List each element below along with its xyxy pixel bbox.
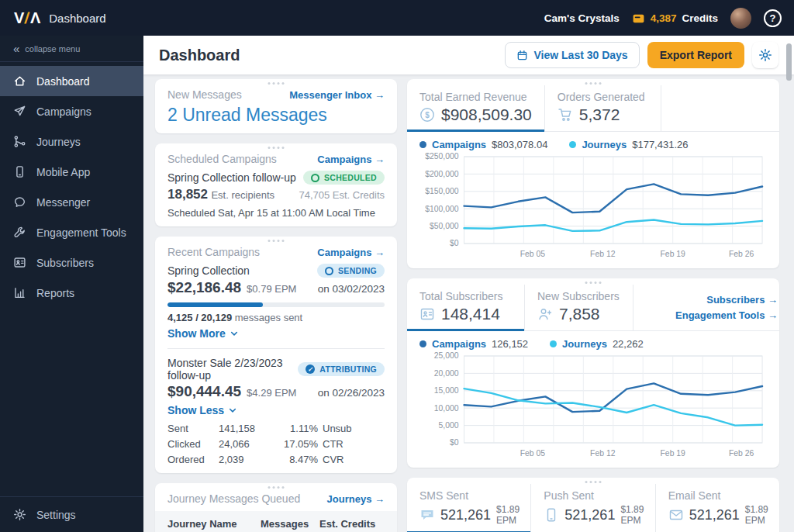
revenue-line-chart: $250,000$200,000$150,000$100,000$50,000$… bbox=[419, 152, 767, 261]
view-last-30-days-button[interactable]: View Last 30 Days bbox=[505, 42, 640, 68]
card-title: Journey Messages Queued bbox=[167, 492, 300, 505]
dashboard-settings-button[interactable] bbox=[752, 42, 778, 68]
unread-messages-value[interactable]: 2 Unread Messages bbox=[167, 105, 385, 126]
status-badge-attributing: ✓ATTRIBUTING bbox=[298, 362, 385, 376]
campaign-epm: $0.79 EPM bbox=[247, 283, 296, 295]
top-bar: V/Λ Dashboard Cam's Crystals 4,387 Credi… bbox=[0, 0, 794, 36]
sms-sent-value: 521,261 bbox=[440, 507, 491, 523]
sidebar-item-subscribers[interactable]: Subscribers bbox=[0, 247, 143, 278]
est-credits: 74,705 Est. Credits bbox=[299, 189, 385, 201]
revenue-card: Total Earned Revenue $ $908,509.30 Order… bbox=[407, 79, 779, 268]
svg-text:$100,000: $100,000 bbox=[425, 205, 459, 213]
sidebar-item-dashboard[interactable]: Dashboard bbox=[0, 66, 143, 96]
campaign-name: Spring Collection bbox=[167, 264, 250, 277]
bar-chart-icon bbox=[13, 286, 26, 299]
drag-handle-icon[interactable] bbox=[268, 240, 285, 242]
sidebar-item-campaigns[interactable]: Campaigns bbox=[0, 96, 143, 126]
sidebar-item-settings[interactable]: Settings bbox=[0, 496, 143, 532]
subscribers-link[interactable]: Subscribers → bbox=[706, 294, 778, 306]
legend-dot-icon bbox=[419, 340, 426, 347]
engagement-tools-link[interactable]: Engagement Tools → bbox=[675, 309, 778, 321]
campaign-revenue: $90,444.45 bbox=[167, 383, 241, 399]
legend-item-campaigns: Campaigns 126,152 bbox=[419, 338, 528, 350]
legend-item-campaigns: Campaigns $803,078.04 bbox=[419, 139, 547, 150]
check-circle-icon: ✓ bbox=[306, 364, 315, 374]
tab-email-sent[interactable]: Email Sent 521,261 $1.89 EPM bbox=[656, 484, 779, 532]
tab-orders-generated[interactable]: Orders Generated 5,372 bbox=[545, 85, 661, 131]
show-more-toggle[interactable]: Show More bbox=[167, 327, 239, 340]
help-icon[interactable]: ? bbox=[764, 9, 782, 27]
envelope-icon bbox=[668, 507, 684, 523]
person-plus-icon bbox=[537, 306, 553, 322]
campaigns-link[interactable]: Campaigns → bbox=[317, 247, 385, 258]
send-progress-bar bbox=[167, 302, 385, 307]
messenger-inbox-link[interactable]: Messenger Inbox → bbox=[289, 89, 385, 101]
drag-handle-icon[interactable] bbox=[585, 282, 602, 284]
drag-handle-icon[interactable] bbox=[585, 82, 602, 85]
svg-text:20,000: 20,000 bbox=[434, 369, 459, 378]
sidebar-item-engagement-tools[interactable]: Engagement Tools bbox=[0, 217, 143, 247]
campaign-name: Spring Collection follow-up bbox=[167, 171, 296, 184]
tab-total-earned-revenue[interactable]: Total Earned Revenue $ $908,509.30 bbox=[407, 85, 545, 131]
scrollbar-thumb[interactable] bbox=[786, 43, 792, 81]
push-epm: $1.89 EPM bbox=[620, 504, 644, 526]
card-title: New Messages bbox=[167, 88, 242, 101]
campaign-stats-table: Sent141,1581.11%Unsub Clicked24,06617.05… bbox=[167, 423, 385, 465]
campaigns-link[interactable]: Campaigns → bbox=[317, 154, 385, 165]
dollar-circle-icon: $ bbox=[419, 107, 435, 123]
id-card-icon bbox=[13, 256, 26, 269]
divider bbox=[167, 348, 385, 349]
recipients-value: 18,852 bbox=[167, 187, 208, 202]
orders-value: 5,372 bbox=[579, 105, 620, 124]
scheduled-campaigns-card: Scheduled Campaigns Campaigns → Spring C… bbox=[155, 143, 397, 226]
card-title: Scheduled Campaigns bbox=[167, 153, 277, 165]
show-less-toggle[interactable]: Show Less bbox=[167, 404, 237, 416]
gear-icon bbox=[758, 48, 772, 62]
tab-sms-sent[interactable]: SMS Sent 521,261 $1.89 EPM bbox=[407, 484, 531, 532]
drag-handle-icon[interactable] bbox=[268, 147, 285, 149]
campaign-date: on 02/26/2023 bbox=[318, 387, 385, 399]
export-report-button[interactable]: Export Report bbox=[647, 42, 744, 68]
drag-handle-icon[interactable] bbox=[268, 486, 285, 489]
drag-handle-icon[interactable] bbox=[585, 481, 602, 483]
phone-icon bbox=[544, 507, 559, 523]
svg-text:15,000: 15,000 bbox=[434, 386, 459, 395]
wallet-icon bbox=[632, 12, 645, 25]
svg-text:$250,000: $250,000 bbox=[425, 152, 459, 161]
chevrons-left-icon: « bbox=[13, 42, 18, 55]
gear-icon bbox=[13, 508, 26, 521]
page-title: Dashboard bbox=[159, 47, 240, 64]
collapse-menu-button[interactable]: « collapse menu bbox=[0, 36, 143, 62]
sidebar-item-journeys[interactable]: Journeys bbox=[0, 126, 143, 157]
product-label: Dashboard bbox=[49, 12, 105, 25]
avatar[interactable] bbox=[730, 8, 751, 29]
campaign-date: on 03/02/2023 bbox=[318, 283, 385, 295]
svg-text:$200,000: $200,000 bbox=[425, 170, 459, 178]
status-badge-sending: SENDING bbox=[317, 264, 385, 278]
legend-item-journeys: Journeys $177,431.26 bbox=[569, 139, 688, 150]
tab-push-sent[interactable]: Push Sent 521,261 $1.89 EPM bbox=[531, 484, 655, 532]
legend-dot-icon bbox=[550, 340, 557, 347]
chevron-down-icon bbox=[228, 406, 237, 415]
campaign-epm: $4.29 EPM bbox=[247, 387, 296, 399]
svg-text:25,000: 25,000 bbox=[434, 351, 459, 360]
subscribers-line-chart: 25,00020,00015,00010,0005,000$0Feb 05Feb… bbox=[419, 351, 767, 460]
calendar-icon bbox=[516, 50, 528, 61]
journey-messages-card: Journey Messages Queued Journeys → Journ… bbox=[155, 483, 397, 532]
sidebar-item-messenger[interactable]: Messenger bbox=[0, 187, 143, 217]
sidebar-item-mobile-app[interactable]: Mobile App bbox=[0, 157, 143, 187]
branch-icon bbox=[13, 135, 26, 148]
svg-text:Feb 26: Feb 26 bbox=[729, 250, 754, 258]
sidebar-item-reports[interactable]: Reports bbox=[0, 278, 143, 308]
drag-handle-icon[interactable] bbox=[268, 82, 285, 85]
tab-new-subscribers[interactable]: New Subscribers 7,858 bbox=[525, 285, 633, 330]
circle-icon bbox=[311, 174, 319, 182]
journeys-link[interactable]: Journeys → bbox=[327, 493, 385, 505]
schedule-text: Scheduled Sat, Apr 15 at 11:00 AM Local … bbox=[167, 207, 385, 219]
home-icon bbox=[13, 74, 26, 88]
sms-epm: $1.89 EPM bbox=[496, 504, 520, 526]
tab-total-subscribers[interactable]: Total Subscribers 148,414 bbox=[407, 285, 525, 330]
credits-indicator[interactable]: 4,387 Credits bbox=[632, 12, 718, 25]
svg-text:Feb 05: Feb 05 bbox=[520, 250, 546, 258]
account-name[interactable]: Cam's Crystals bbox=[544, 12, 620, 24]
